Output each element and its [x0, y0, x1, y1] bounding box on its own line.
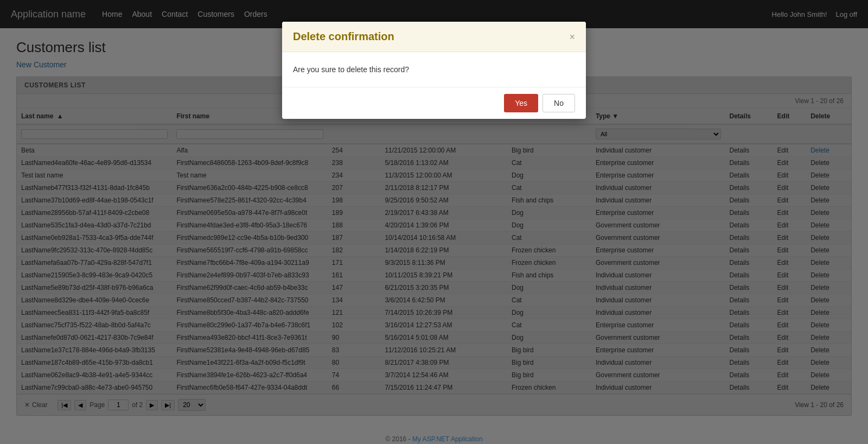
modal-body: Are you sure to delete this record?: [282, 52, 586, 87]
modal-message: Are you sure to delete this record?: [293, 65, 409, 74]
confirm-yes-button[interactable]: Yes: [504, 94, 538, 112]
modal-close-button[interactable]: ×: [569, 32, 575, 42]
modal-header: Delete confirmation ×: [282, 22, 586, 52]
modal-footer: Yes No: [282, 87, 586, 119]
delete-confirmation-modal: Delete confirmation × Are you sure to de…: [282, 22, 586, 119]
modal-title: Delete confirmation: [293, 30, 394, 43]
confirm-no-button[interactable]: No: [542, 94, 575, 112]
modal-overlay: Delete confirmation × Are you sure to de…: [0, 0, 868, 444]
